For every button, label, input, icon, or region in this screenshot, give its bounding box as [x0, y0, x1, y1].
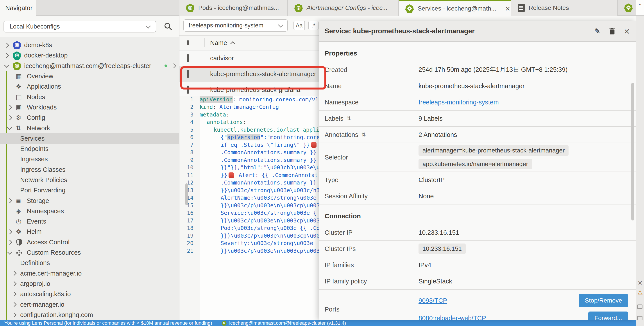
sidebar-item-workloads[interactable]: ▣Workloads: [0, 102, 179, 112]
chevron-right-icon[interactable]: [7, 240, 12, 245]
sidebar-item-label: Ingresses: [20, 156, 48, 163]
edit-pencil-icon[interactable]: ✎: [594, 28, 600, 35]
chevron-right-icon[interactable]: [12, 292, 17, 296]
sidebar-item-port-forwarding[interactable]: Port Forwarding: [0, 185, 179, 196]
chevron-down-icon[interactable]: [4, 63, 9, 68]
sidebar-item-ingress-classes[interactable]: Ingress Classes: [0, 164, 179, 175]
close-drawer-icon[interactable]: ×: [624, 27, 630, 36]
line-number: 1: [180, 96, 200, 103]
code-token: :: [226, 112, 229, 118]
sidebar-item-services[interactable]: Services: [0, 134, 179, 144]
section-heading: Connection: [319, 204, 636, 225]
row-checkbox[interactable]: [187, 70, 189, 78]
close-notification-icon[interactable]: ×: [636, 279, 644, 286]
sidebar-item-overview[interactable]: ▦Overview: [0, 71, 179, 82]
chevron-right-icon[interactable]: [7, 115, 12, 120]
indent-guide: [206, 224, 214, 232]
chevron-right-icon[interactable]: [12, 271, 17, 276]
match-case-toggle[interactable]: Aa: [294, 20, 305, 30]
sidebar-item-config[interactable]: ⚙Config: [0, 112, 179, 123]
sidebar-item-namespaces[interactable]: ◈Namespaces: [0, 206, 179, 216]
editor-scrollbar-thumb[interactable]: [185, 184, 188, 205]
license-message: You're using Lens Personal (for individu…: [4, 320, 212, 326]
kubernetes-icon[interactable]: ☸: [624, 4, 632, 12]
chevron-right-icon[interactable]: [12, 281, 17, 286]
indent-guide: [214, 171, 221, 179]
navigator-label: Navigator: [5, 4, 32, 12]
chevron-right-icon[interactable]: [7, 230, 12, 234]
regex-toggle[interactable]: .*: [308, 20, 318, 30]
sidebar-item-docker-desktop[interactable]: ☸docker-desktop: [0, 50, 179, 60]
drawer-scrollbar-thumb[interactable]: [631, 83, 634, 220]
sidebar-item-endpoints[interactable]: Endpoints: [0, 144, 179, 154]
sidebar-item-demo-k8s[interactable]: ☸demo-k8s: [0, 40, 179, 50]
chevron-right-icon[interactable]: [4, 53, 9, 58]
port-action-button[interactable]: Stop/Remove: [579, 294, 628, 307]
chevron-down-icon[interactable]: [7, 250, 12, 254]
sidebar-item-label: Applications: [27, 83, 61, 90]
select-all-checkbox[interactable]: [187, 40, 189, 45]
alarm-emoji: [311, 142, 316, 148]
port-action-button[interactable]: Forward...: [588, 312, 628, 320]
sidebar-item-access-control[interactable]: Access Control: [0, 237, 179, 248]
tab-services[interactable]: ☸Services - icecheng@math...×: [399, 0, 511, 16]
chevron-right-icon[interactable]: [7, 198, 12, 203]
overflow-tab-sliver[interactable]: ..: [636, 0, 644, 16]
sidebar-item-label: Services: [20, 135, 44, 142]
code-token: }}\u003c/strong\u003e\u003c/h3: [221, 187, 320, 194]
sidebar-item-freeleaps-cluster[interactable]: ☸icecheng@mathmast.com@freeleaps-cluster: [0, 61, 179, 71]
tab-pods[interactable]: ☸Pods - icecheng@mathmas...: [180, 0, 288, 16]
sidebar-search-button[interactable]: [164, 22, 172, 31]
sort-updown-icon[interactable]: ⇅: [361, 132, 366, 138]
sort-updown-icon[interactable]: ⇅: [346, 116, 351, 122]
sidebar-item-label: Config: [27, 114, 45, 121]
row-checkbox[interactable]: [187, 86, 189, 94]
kubeconfig-source-select[interactable]: Local Kubeconfigs: [4, 20, 156, 32]
statusbar-cluster[interactable]: ☸ icecheng@mathmast.com@freeleaps-cluste…: [222, 320, 346, 326]
sidebar-item-network-policies[interactable]: Network Policies: [0, 175, 179, 185]
namespace-select[interactable]: freeleaps-monitoring-system: [183, 19, 288, 32]
port-link[interactable]: 9093/TCP: [418, 297, 447, 304]
sidebar-item-label: cert-manager.io: [20, 301, 64, 308]
port-link[interactable]: 8080:reloader-web/TCP: [418, 314, 486, 320]
drawer-value-text: SingleStack: [418, 278, 452, 285]
sidebar-item-argoproj[interactable]: argoproj.io: [0, 278, 179, 289]
close-tab-icon[interactable]: ×: [505, 5, 510, 12]
drawer-value-text: IPv4: [418, 262, 431, 268]
chevron-right-icon[interactable]: [7, 105, 12, 110]
sidebar-item-network[interactable]: ⇅Network: [0, 123, 179, 133]
notification-box-icon[interactable]: [637, 304, 642, 309]
indent-guide: [214, 232, 221, 240]
code-token: .CommonAnnotations.summary }}: [221, 157, 316, 163]
chevron-down-icon: [146, 23, 151, 28]
sidebar-item-nodes[interactable]: ▤Nodes: [0, 92, 179, 102]
notification-box-icon[interactable]: [637, 316, 642, 320]
column-header-name[interactable]: Name: [210, 39, 234, 46]
sidebar-item-storage[interactable]: ≣Storage: [0, 196, 179, 206]
warning-triangle-icon[interactable]: ⚠: [636, 289, 644, 296]
cluster-tabs: ☸Pods - icecheng@mathmas...☸Alertmanager…: [180, 0, 618, 16]
chevron-right-icon[interactable]: [12, 302, 17, 307]
tab-alertmanager-configs[interactable]: ☸Alertmanager Configs - icec...: [288, 0, 399, 16]
chevron-right-icon[interactable]: [4, 42, 9, 48]
sidebar-item-autoscaling[interactable]: autoscaling.k8s.io: [0, 289, 179, 299]
row-checkbox[interactable]: [187, 54, 189, 62]
delete-trash-icon[interactable]: [608, 28, 616, 35]
chevron-down-icon[interactable]: [7, 125, 12, 130]
sidebar-item-cert-manager[interactable]: cert-manager.io: [0, 299, 179, 310]
chevron-right-icon[interactable]: [12, 312, 17, 318]
drawer-label-text: IP families: [325, 262, 354, 269]
sidebar-item-configuration-konghq[interactable]: configuration.konghq.com: [0, 310, 179, 320]
indent-guide: [200, 149, 206, 156]
sidebar-item-acme-cert-manager[interactable]: acme.cert-manager.io: [0, 268, 179, 278]
drawer-label-text: Namespace: [325, 99, 359, 106]
chevron-right-icon[interactable]: [171, 64, 176, 68]
sidebar-item-definitions[interactable]: Definitions: [0, 258, 179, 268]
namespace-link[interactable]: freeleaps-monitoring-system: [418, 99, 499, 106]
tab-release-notes[interactable]: Release Notes: [511, 0, 618, 16]
sidebar-item-helm[interactable]: ☸Helm: [0, 226, 179, 237]
sidebar-item-events[interactable]: ◷Events: [0, 216, 179, 226]
sidebar-item-custom-resources[interactable]: Custom Resources: [0, 248, 179, 258]
sidebar-item-ingresses[interactable]: Ingresses: [0, 154, 179, 164]
sidebar-item-applications[interactable]: ❖Applications: [0, 82, 179, 92]
